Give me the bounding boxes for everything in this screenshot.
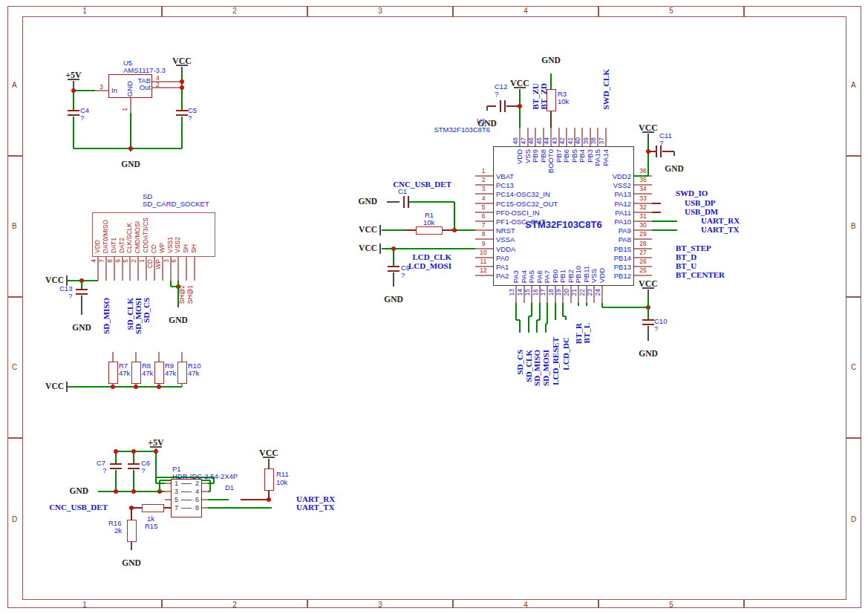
- net-label-usb_dm[interactable]: USB_DM: [685, 208, 718, 216]
- wire: [268, 459, 270, 468]
- wire: [578, 303, 579, 306]
- mcu-pin-number: 43: [552, 137, 558, 144]
- capacitor-plate: [642, 319, 654, 321]
- sd-pin-name: WP: [159, 243, 166, 253]
- frame-tick: [598, 600, 598, 608]
- mcu-pin-number: 10: [480, 249, 486, 256]
- capacitor-plate: [176, 114, 188, 116]
- sd-pin-number: 1: [139, 259, 146, 263]
- regulator-value[interactable]: AMS1117-3.3: [123, 67, 166, 74]
- capacitor-plate: [76, 293, 88, 295]
- sd-pin-number: 9: [115, 259, 122, 263]
- diode-ref[interactable]: D1: [225, 484, 234, 491]
- net-label-usb_dp[interactable]: USB_DP: [685, 199, 716, 207]
- net-label-bt-l[interactable]: BT_L: [583, 323, 591, 344]
- sd-pin-name: VSS1: [167, 237, 174, 253]
- net-label-bt_center[interactable]: BT_CENTER: [676, 271, 725, 279]
- wire: [515, 303, 517, 320]
- frame-tick: [743, 6, 744, 16]
- net-label-lcd-dc[interactable]: LCD_DC: [562, 337, 570, 370]
- mcu-pin-number: 30: [639, 222, 646, 229]
- gnd-label: GND: [639, 350, 658, 359]
- net-label-uart_tx[interactable]: UART_TX: [701, 226, 740, 234]
- mcu-pin-name: PA15: [594, 149, 601, 166]
- pullup-resistor[interactable]: [131, 362, 141, 384]
- sd-pin-name: DAT2: [119, 238, 125, 253]
- pin-stub: [601, 286, 603, 303]
- wire: [208, 499, 229, 500]
- r3-resistor[interactable]: [546, 89, 556, 111]
- sd-socket-value[interactable]: SD_CARD_SOCKET: [143, 200, 209, 208]
- net-label-cnc-usb-det[interactable]: CNC_USB_DET: [333, 180, 451, 189]
- frame-tick: [598, 6, 598, 16]
- mcu-pin-name: VSS: [590, 269, 598, 283]
- connector-value[interactable]: HDR-IDC-2.54-2X4P: [172, 473, 238, 480]
- junction-dot: [157, 385, 161, 389]
- net-label-lcd-clk[interactable]: LCD_CLK: [333, 253, 451, 261]
- resistor-ref[interactable]: R15: [145, 523, 157, 530]
- r16-resistor[interactable]: [127, 520, 137, 542]
- mcu-pin-number: 32: [639, 204, 646, 211]
- r11-resistor[interactable]: [264, 468, 274, 491]
- mcu-pin-number: 28: [639, 241, 646, 247]
- mcu-part-ref-label[interactable]: STM32F103C8T6: [371, 126, 490, 134]
- pin-stub: [202, 491, 208, 492]
- net-label-uart-tx[interactable]: UART_TX: [296, 503, 335, 512]
- mcu-pin-number: 17: [540, 289, 546, 295]
- net-label-sd_miso[interactable]: SD_MISO: [533, 350, 541, 386]
- junction-dot: [154, 449, 158, 454]
- mcu-pin-name: BOOT0: [547, 149, 555, 173]
- net-label-sd-miso[interactable]: SD_MISO: [102, 298, 111, 334]
- pullup-resistor[interactable]: [108, 362, 118, 384]
- junction-dot: [114, 449, 118, 454]
- vcc-bar: [263, 457, 275, 458]
- wire: [550, 111, 552, 128]
- net-label-bt_step[interactable]: BT_STEP: [676, 244, 711, 252]
- sd-pin-name: SH: [183, 244, 189, 253]
- cap-ref[interactable]: C1: [398, 188, 407, 195]
- net-label-bt_d[interactable]: BT_D: [676, 253, 696, 261]
- mcu-pin-name: VBAT: [496, 173, 514, 180]
- net-label-bt_u[interactable]: BT_U: [676, 262, 696, 270]
- pullup-resistor[interactable]: [177, 362, 187, 384]
- net-label-sd-cs[interactable]: SD_CS: [143, 298, 151, 323]
- connector-pin-number: 2: [80, 480, 199, 487]
- net-label-lcd-reset[interactable]: LCD_RESET: [552, 337, 560, 385]
- frame-row-label-right: A: [851, 82, 856, 89]
- ic-pin-number: 3: [99, 84, 103, 91]
- wire: [208, 507, 272, 509]
- frame-row-label-left: B: [12, 223, 17, 230]
- pin-stub: [135, 352, 137, 362]
- wire: [181, 71, 183, 110]
- mcu-pin-number: 13: [509, 289, 515, 295]
- wire: [116, 451, 156, 452]
- wire: [539, 303, 541, 320]
- net-label-swd-clk[interactable]: SWD_CLK: [602, 69, 610, 109]
- net-label-sd_mosi[interactable]: SD_MOSI: [542, 350, 550, 386]
- resistor-value: 47k: [119, 370, 130, 377]
- mcu-pin-name: PA14: [602, 149, 610, 166]
- net-label-sd_cs[interactable]: SD_CS: [516, 350, 524, 375]
- capacitor-plate: [642, 324, 654, 325]
- net-label-cnc-usb-det[interactable]: CNC_USB_DET: [0, 503, 108, 512]
- net-label-uart_rx[interactable]: UART_RX: [701, 217, 740, 225]
- resistor-value: 47k: [142, 370, 153, 377]
- pullup-resistor[interactable]: [154, 362, 164, 384]
- resistor-ref[interactable]: R11: [276, 471, 289, 478]
- mcu-pin-number: 27: [639, 249, 646, 256]
- capacitor-plate: [176, 110, 188, 111]
- mcu-pin-number: 38: [590, 137, 597, 144]
- frame-tick: [452, 600, 453, 608]
- junction-dot: [111, 385, 115, 389]
- r1-resistor[interactable]: [416, 226, 443, 235]
- wire: [181, 117, 183, 148]
- sd-pin-number: SH@1: [187, 285, 194, 304]
- r15-resistor[interactable]: [142, 504, 164, 512]
- wire: [405, 229, 416, 231]
- net-label-swd_io[interactable]: SWD_IO: [676, 189, 708, 197]
- mcu-pin-name: PA1: [496, 264, 509, 271]
- sd-pin-name: CDDAT3/CS: [143, 218, 149, 253]
- net-label-lcd-mosi[interactable]: LCD_MOSI: [333, 262, 451, 270]
- mcu-pin-number: 16: [532, 289, 539, 295]
- gnd-label: GND: [121, 160, 140, 169]
